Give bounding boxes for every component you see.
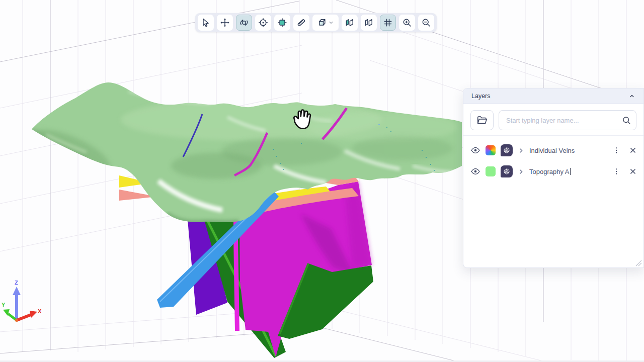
cursor-arrow-icon (201, 18, 211, 28)
orbit-tool-button[interactable] (236, 15, 252, 31)
layer-name-editing[interactable]: Topography A (529, 168, 607, 175)
slice-filled-icon (345, 18, 355, 28)
text-caret (570, 168, 571, 175)
layer-menu-kebab-icon[interactable] (612, 146, 620, 154)
slice-outline-tool-button[interactable] (361, 15, 377, 31)
layer-name[interactable]: Individual Veins (529, 147, 607, 154)
remove-layer-x-icon[interactable] (629, 147, 636, 154)
move-arrows-icon (220, 18, 230, 28)
layer-search-box (499, 110, 636, 130)
cube-icon (317, 18, 327, 28)
panel-resize-handle[interactable] (635, 259, 642, 266)
zoom-in-button[interactable] (399, 15, 415, 31)
y-axis-label: Y (2, 302, 6, 308)
layer-row-individual-veins[interactable]: Individual Veins (463, 140, 643, 161)
z-axis-arrow (13, 287, 21, 295)
grid-toggle-button[interactable] (380, 15, 396, 31)
mesh-layer-badge-icon (501, 144, 513, 156)
app-window: Z X Y (0, 0, 644, 362)
layers-panel: Layers (463, 88, 644, 268)
zoom-in-icon (402, 18, 412, 28)
zoom-extents-button[interactable] (274, 15, 290, 31)
visibility-eye-icon[interactable] (470, 145, 480, 155)
extents-square-icon (277, 18, 287, 28)
layer-folder-button[interactable] (470, 110, 494, 130)
open-folder-icon (476, 115, 488, 126)
viewer-toolbar (195, 13, 437, 32)
select-tool-button[interactable] (198, 15, 214, 31)
slice-filled-tool-button[interactable] (342, 15, 358, 31)
topography-surface[interactable] (25, 82, 462, 222)
layer-menu-kebab-icon[interactable] (612, 167, 620, 175)
pan-tool-button[interactable] (217, 15, 233, 31)
expand-chevron-right-icon[interactable] (518, 147, 524, 154)
orbit-rotate-icon (239, 18, 249, 28)
layer-search-row (463, 104, 643, 136)
grid-hash-icon (383, 18, 393, 28)
crosshair-icon (258, 18, 268, 28)
z-axis-label: Z (15, 280, 18, 286)
visibility-eye-icon[interactable] (470, 166, 480, 176)
look-around-tool-button[interactable] (255, 15, 271, 31)
slice-outline-icon (364, 18, 374, 28)
axis-origin-dot (15, 319, 18, 322)
mesh-layer-badge-icon (501, 165, 513, 177)
collapse-chevron-up-icon[interactable] (628, 93, 635, 100)
layers-panel-header[interactable]: Layers (463, 88, 643, 104)
expand-chevron-right-icon[interactable] (518, 168, 524, 175)
layers-panel-title: Layers (471, 93, 491, 100)
search-icon[interactable] (622, 116, 631, 125)
remove-layer-x-icon[interactable] (629, 168, 636, 175)
x-axis-label: X (38, 308, 42, 314)
zoom-out-button[interactable] (418, 15, 434, 31)
axis-gizmo: Z X Y (2, 280, 42, 322)
view-cube-dropdown-button[interactable] (312, 15, 339, 31)
ruler-icon (296, 18, 306, 28)
x-axis-arrow (30, 311, 37, 318)
layer-color-swatch-green[interactable] (486, 166, 496, 176)
measure-tool-button[interactable] (293, 15, 309, 31)
chevron-down-icon (328, 20, 334, 26)
layer-color-swatch-multicolor[interactable] (486, 145, 496, 155)
zoom-out-icon (421, 18, 431, 28)
layer-search-input[interactable] (505, 116, 622, 125)
layer-row-topography-a[interactable]: Topography A (463, 161, 643, 182)
